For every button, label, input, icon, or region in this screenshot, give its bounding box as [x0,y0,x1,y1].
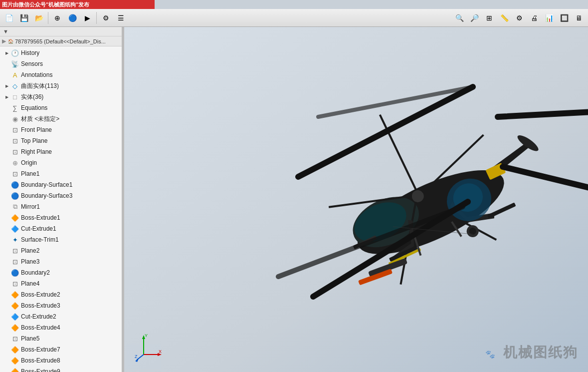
save-button[interactable]: 💾 [17,11,31,25]
tree-item-boundary-surface1[interactable]: 🔵Boundary-Surface1 [0,179,123,190]
tree-label-mirror1: Mirror1 [21,203,40,210]
tree-item-boundary2[interactable]: 🔵Boundary2 [0,267,123,278]
tree-item-boss-extrude1[interactable]: 🔶Boss-Extrude1 [0,212,123,223]
settings-button[interactable]: ⚙ [99,11,113,25]
tree-item-material[interactable]: ◉材质 <未指定> [0,113,123,124]
tree-label-boss-extrude8: Boss-Extrude8 [21,357,60,364]
history-icon: 🕐 [11,49,19,57]
cut-icon: 🔷 [11,313,19,321]
tree-label-cut-extrude2: Cut-Extrude2 [21,313,56,320]
tree-label-boss-extrude9: Boss-Extrude9 [21,368,60,372]
boss-icon: 🔶 [11,302,19,310]
boss-icon: 🔶 [11,346,19,354]
tree-item-plane4[interactable]: ⊡Plane4 [0,278,123,289]
plane-icon: ⊡ [11,170,19,178]
tree-toggle-surfaces[interactable] [4,83,10,89]
dim-button[interactable]: 📏 [497,11,511,25]
tree-item-sensors[interactable]: 📡Sensors [0,58,123,69]
tree-item-origin[interactable]: ⊕Origin [0,157,123,168]
target-button[interactable]: ⊕ [50,11,64,25]
tree-label-plane3: Plane3 [21,258,39,265]
plane-icon: ⊡ [11,335,19,343]
tree-item-cut-extrude2[interactable]: 🔷Cut-Extrude2 [0,311,123,322]
tree-label-front-plane: Front Plane [21,126,52,133]
svg-marker-42 [135,359,139,362]
boss-icon: 🔶 [11,214,19,222]
tree-item-boundary-surface3[interactable]: 🔵Boundary-Surface3 [0,190,123,201]
tree-item-boss-extrude2[interactable]: 🔶Boss-Extrude2 [0,289,123,300]
tree-item-boss-extrude9[interactable]: 🔶Boss-Extrude9 [0,366,123,372]
tree-label-top-plane: Top Plane [21,137,47,144]
tree-item-surface-trim1[interactable]: ✦Surface-Trim1 [0,234,123,245]
tree-label-cut-extrude1: Cut-Extrude1 [21,225,56,232]
tree-item-plane3[interactable]: ⊡Plane3 [0,256,123,267]
file-name-label: 787879565 (Default<<Default>_Dis... [15,38,106,44]
axis-indicator: Y X Z [134,332,164,362]
open-button[interactable]: 📂 [32,11,46,25]
tree-item-surfaces[interactable]: ◇曲面实体(113) [0,80,123,91]
tree-item-boss-extrude4[interactable]: 🔶Boss-Extrude4 [0,322,123,333]
boss-icon: 🔶 [11,324,19,332]
tree-item-plane5[interactable]: ⊡Plane5 [0,333,123,344]
tree-label-boundary-surface1: Boundary-Surface1 [21,181,72,188]
tree-label-annotations: Annotations [21,71,52,78]
magnify-button[interactable]: 🔎 [467,11,481,25]
tree-item-boss-extrude7[interactable]: 🔶Boss-Extrude7 [0,344,123,355]
boss-icon: 🔶 [11,291,19,299]
file-name-row[interactable]: ▶ 🏠 787879565 (Default<<Default>_Dis... [0,36,123,46]
tree-toggle-solids[interactable] [4,94,10,100]
tree-label-boss-extrude4: Boss-Extrude4 [21,324,60,331]
panel-resizer[interactable] [122,27,124,372]
plane-icon: ⊡ [11,148,19,156]
tree-item-front-plane[interactable]: ⊡Front Plane [0,124,123,135]
tree-item-plane1[interactable]: ⊡Plane1 [0,168,123,179]
new-button[interactable]: 📄 [2,11,16,25]
3d-viewport[interactable]: Y X Z 🐾 机械图纸狗 [124,27,588,372]
surface-trim-icon: ✦ [11,236,19,244]
mirror-icon: ⧉ [11,203,19,211]
tree-item-right-plane[interactable]: ⊡Right Plane [0,146,123,157]
boundary-icon: 🔵 [11,192,19,200]
svg-line-41 [137,355,144,360]
tree-label-boundary2: Boundary2 [21,269,50,276]
plane-icon: ⊡ [11,280,19,288]
sensor-icon: 📡 [11,60,19,68]
boss-icon: 🔶 [11,357,19,365]
tree-item-boss-extrude8[interactable]: 🔶Boss-Extrude8 [0,355,123,366]
tree-item-history[interactable]: 🕐History [0,47,123,58]
tree-item-boss-extrude3[interactable]: 🔶Boss-Extrude3 [0,300,123,311]
tree-item-top-plane[interactable]: ⊡Top Plane [0,135,123,146]
plane-icon: ⊡ [11,137,19,145]
chart-button[interactable]: 📊 [542,11,556,25]
svg-rect-0 [124,27,588,372]
tree-item-solids[interactable]: □实体(36) [0,91,123,102]
left-panel: ▼ ▶ 🏠 787879565 (Default<<Default>_Dis..… [0,27,124,372]
grid-button[interactable]: ⊞ [482,11,496,25]
tree-label-plane5: Plane5 [21,335,39,342]
tree-label-surfaces: 曲面实体(113) [21,82,59,90]
plane-icon: ⊡ [11,126,19,134]
tree-label-boss-extrude1: Boss-Extrude1 [21,214,60,221]
monitor-button[interactable]: 🖥 [572,11,586,25]
tree-item-equations[interactable]: ∑Equations [0,102,123,113]
tree-item-mirror1[interactable]: ⧉Mirror1 [0,201,123,212]
tree-item-annotations[interactable]: AAnnotations [0,69,123,80]
search-button[interactable]: 🔍 [452,11,466,25]
annotation-icon: A [11,71,19,79]
tree-label-plane4: Plane4 [21,280,39,287]
tree-label-material: 材质 <未指定> [21,115,59,123]
solid-icon: □ [11,93,19,101]
options-button[interactable]: ☰ [114,11,128,25]
plane-icon: ⊡ [11,247,19,255]
tree-label-sensors: Sensors [21,60,43,67]
print-button[interactable]: 🖨 [527,11,541,25]
gear-button[interactable]: ⚙ [512,11,526,25]
tree-item-plane2[interactable]: ⊡Plane2 [0,245,123,256]
tree-toggle-history[interactable] [4,50,10,56]
tree-item-cut-extrude1[interactable]: 🔷Cut-Extrude1 [0,223,123,234]
view-button[interactable]: 🔵 [65,11,79,25]
tree-label-plane2: Plane2 [21,247,39,254]
window-button[interactable]: 🔲 [557,11,571,25]
play-button[interactable]: ▶ [80,11,94,25]
surface-icon: ◇ [11,82,19,90]
